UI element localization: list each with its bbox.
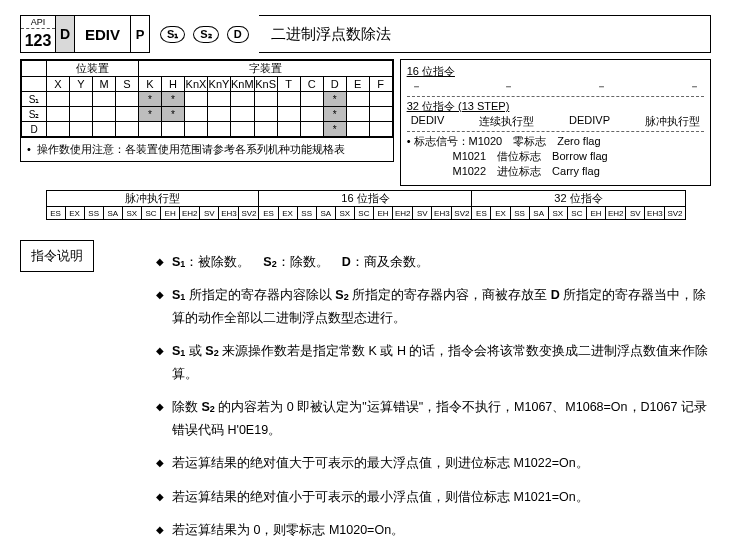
api-number: 123 [21,29,55,52]
operand-s1: S₁ [160,26,185,43]
explanation-section: 指令说明 S1：被除数。 S2：除数。 D：商及余数。S1 所指定的寄存器内容除… [20,238,711,550]
flag-info: • 标志信号：M1020 零标志 Zero flag M1021 借位标志 Bo… [407,134,704,179]
info-16bit-hdr: 16 位指令 [407,65,455,77]
bit-device-hdr: 位装置 [47,61,139,77]
info-32bit-modes: DEDIV连续执行型 DEDIVP脉冲执行型 [407,114,704,129]
operand-note: • 操作数使用注意：各装置使用范围请参考各系列机种功能规格表 [20,138,394,162]
table-hdr-cols: XYMSKHKnXKnYKnMKnSTCDEF [22,77,393,92]
table-row-d: D* [22,122,393,137]
exec-cells-row: ESEXSSSASXSCEHEH2SVEH3SV2ESEXSSSASXSCEHE… [46,207,685,220]
operand-s2: S₂ [193,26,218,43]
word-device-hdr: 字装置 [139,61,393,77]
bullet-item: 若运算结果的绝对值小于可表示的最小浮点值，则借位标志 M1021=On。 [156,486,711,509]
applicability-table: 位装置 字装置 XYMSKHKnXKnYKnMKnSTCDEF S₁*** S₂… [21,60,393,137]
instruction-info-box: 16 位指令 －－ －－ 32 位指令 (13 STEP) DEDIV连续执行型… [400,59,711,186]
exec-hdr-row: 脉冲执行型 16 位指令 32 位指令 [46,191,685,207]
exec-type-table: 脉冲执行型 16 位指令 32 位指令 ESEXSSSASXSCEHEH2SVE… [46,190,686,220]
p-suffix-box: P [131,15,150,53]
bullet-item: S1 或 S2 来源操作数若是指定常数 K 或 H 的话，指令会将该常数变换成二… [156,340,711,386]
info-32bit-hdr: 32 位指令 (13 STEP) [407,100,510,112]
info-16bit-dashes: －－ －－ [407,79,704,94]
bullet-item: 除数 S2 的内容若为 0 即被认定为"运算错误"，指令不执行，M1067、M1… [156,396,711,442]
table-row-s1: S₁*** [22,92,393,107]
api-box: API 123 [20,15,56,53]
explain-label: 指令说明 [20,240,94,272]
instruction-title: 二进制浮点数除法 [259,15,711,53]
table-row-s2: S₂*** [22,107,393,122]
mid-row: 位装置 字装置 XYMSKHKnXKnYKnMKnSTCDEF S₁*** S₂… [20,59,711,186]
bullet-item: S1 所指定的寄存器内容除以 S2 所指定的寄存器内容，商被存放至 D 所指定的… [156,284,711,330]
operand-d: D [227,26,249,43]
table-hdr-groups: 位装置 字装置 [22,61,393,77]
bullet-item: 若运算结果为 0，则零标志 M1020=On。 [156,519,711,542]
bullet-item: 若运算结果的绝对值大于可表示的最大浮点值，则进位标志 M1022=On。 [156,452,711,475]
applicability-block: 位装置 字装置 XYMSKHKnXKnYKnMKnSTCDEF S₁*** S₂… [20,59,394,162]
instruction-header: API 123 D EDIV P S₁ S₂ D 二进制浮点数除法 [20,15,711,53]
operand-group: S₁ S₂ D [150,15,259,53]
mnemonic: EDIV [75,15,131,53]
explain-bullets: S1：被除数。 S2：除数。 D：商及余数。S1 所指定的寄存器内容除以 S2 … [116,251,711,551]
bullet-item: S1：被除数。 S2：除数。 D：商及余数。 [156,251,711,274]
api-label: API [21,16,55,29]
d-prefix-box: D [56,15,75,53]
